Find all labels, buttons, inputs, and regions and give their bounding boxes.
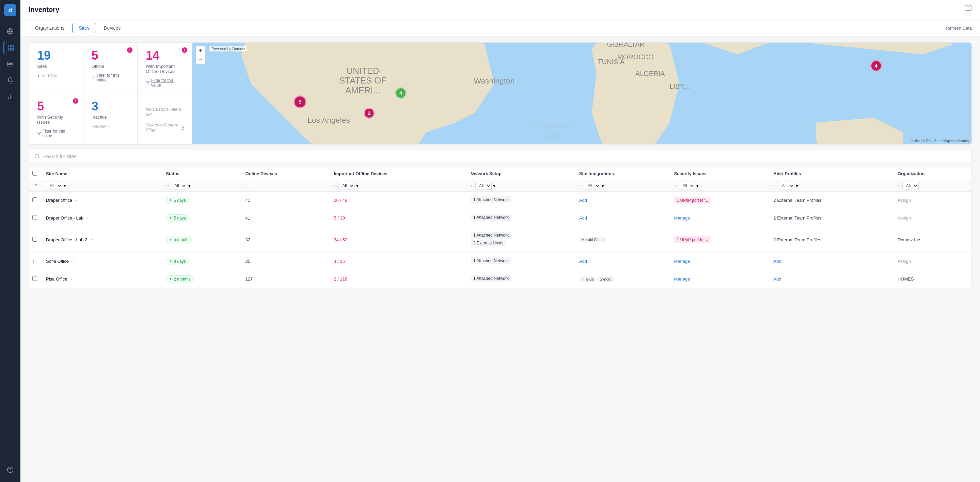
svg-text:Sargasso: Sargasso — [534, 120, 571, 129]
svg-text:AMERI...: AMERI... — [345, 86, 380, 95]
integrations-add-btn[interactable]: Add — [579, 198, 587, 203]
status-filter-select[interactable]: All — [170, 182, 187, 190]
table-row: Draper Office › 5 days 41 26 / 49 — [29, 192, 972, 209]
row-status: 5 days — [162, 192, 241, 209]
sidebar-icon-grid[interactable] — [3, 41, 17, 54]
row-network: 1 Attached Network 2 External Hosts — [466, 227, 575, 252]
tab-organizations[interactable]: Organizations — [29, 23, 71, 33]
integrations-add-btn[interactable]: Add — [579, 259, 587, 264]
svg-text:MOROCCO: MOROCCO — [617, 53, 654, 61]
svg-text:STATES OF: STATES OF — [339, 76, 387, 85]
row-checkbox[interactable] — [32, 237, 37, 242]
filter-integrations[interactable]: ↑↓ All ▾ — [575, 180, 670, 192]
svg-rect-2 — [8, 45, 10, 47]
manage-security-btn[interactable]: Manage — [674, 215, 690, 220]
filter-organization[interactable]: ↑↓ All — [894, 180, 972, 192]
row-security: Manage — [670, 209, 769, 227]
integrations-filter-select[interactable]: All — [584, 182, 600, 190]
select-custom-filter-btn[interactable]: Select a Custom Filter ▾ — [146, 122, 184, 132]
sidebar-icon-idcard[interactable] — [3, 57, 17, 71]
sidebar-icon-bell[interactable] — [3, 73, 17, 87]
map-cluster-4-us[interactable]: 4 — [395, 87, 407, 99]
add-site-button[interactable]: + Add Site — [37, 73, 75, 79]
row-checkbox[interactable] — [32, 276, 37, 281]
svg-line-47 — [38, 158, 39, 158]
sidebar-icon-support[interactable] — [3, 463, 17, 477]
row-checkbox[interactable] — [32, 215, 37, 220]
stat-custom-filters: No Custom Filters set Select a Custom Fi… — [138, 93, 192, 144]
tab-devices[interactable]: Devices — [97, 23, 127, 33]
filter-online[interactable]: ↑↓ — [242, 180, 330, 192]
map-zoom-in[interactable]: + — [196, 46, 205, 55]
row-expand-icon[interactable]: › — [71, 277, 72, 282]
row-sort-indicator: ↑ — [32, 259, 35, 264]
review-link[interactable]: Review › — [92, 124, 129, 129]
alert-profiles-filter-select[interactable]: All — [778, 182, 794, 190]
status-up-icon — [169, 278, 172, 281]
row-online: 127 — [242, 270, 330, 288]
col-important-offline: Important Offline Devices — [329, 168, 466, 180]
row-alert-profiles: 2 External Team Profiles — [769, 192, 894, 209]
filter-offline-link[interactable]: Filter for this value — [92, 73, 129, 83]
svg-rect-3 — [11, 45, 13, 47]
network-filter-select[interactable]: All — [476, 182, 492, 190]
site-name-filter-select[interactable]: All — [46, 182, 62, 190]
filter-important-link[interactable]: Filter for this value — [146, 78, 184, 88]
main-content: Inventory Organizations Sites Devices Re… — [21, 0, 980, 482]
assign-org-button[interactable]: Assign — [897, 198, 911, 203]
manage-security-btn[interactable]: Manage — [674, 276, 690, 282]
integrations-add-btn[interactable]: Add — [579, 215, 587, 220]
svg-text:Sea: Sea — [545, 131, 560, 141]
row-alert-profiles: 2 External Team Profiles — [769, 209, 894, 227]
offline-count: 5 — [92, 49, 129, 62]
search-input[interactable] — [43, 154, 966, 159]
filter-alert-profiles[interactable]: ↑↓ All ▾ — [769, 180, 894, 192]
col-status: Status — [162, 168, 241, 180]
filter-security[interactable]: ↑↓ All ▾ — [670, 180, 769, 192]
col-site-name: Site Name ↑ — [42, 168, 162, 180]
sidebar-icon-chart[interactable] — [3, 90, 17, 104]
app-logo[interactable]: d — [4, 4, 16, 16]
filter-offline[interactable]: ↑↓ All ▾ — [329, 180, 466, 192]
org-filter-select[interactable]: All — [902, 182, 919, 190]
row-offline: 5 / 30 — [329, 209, 466, 227]
security-filter-select[interactable]: All — [679, 182, 695, 190]
svg-text:Washington: Washington — [474, 77, 515, 85]
site-name-sort-icon[interactable]: ↑ — [69, 171, 71, 176]
svg-text:ALGERIA: ALGERIA — [635, 70, 665, 77]
add-alert-btn[interactable]: Add — [773, 259, 781, 264]
select-all-checkbox[interactable] — [32, 171, 37, 176]
table-row: Draper Office - Lab 2 › a month 32 34 / … — [29, 227, 972, 252]
page-title: Inventory — [29, 6, 59, 14]
manage-security-btn[interactable]: Manage — [674, 259, 690, 264]
sidebar-icon-globe[interactable] — [3, 24, 17, 38]
map-zoom-out[interactable]: − — [196, 55, 205, 64]
filter-security-link[interactable]: Filter for this value — [37, 129, 75, 139]
row-org: Domotz Inc. — [894, 227, 972, 252]
refresh-button[interactable]: Refresh Data — [946, 26, 972, 31]
col-network: Network Setup — [466, 168, 575, 180]
map-cluster-4-eu[interactable]: 4 — [870, 60, 882, 72]
row-expand-icon[interactable]: › — [87, 216, 88, 220]
row-expand-icon[interactable]: › — [91, 237, 92, 242]
tab-sites[interactable]: Sites — [72, 23, 96, 33]
row-checkbox[interactable] — [32, 197, 37, 202]
status-up-icon — [169, 238, 172, 241]
assign-org-button[interactable]: Assign — [897, 215, 911, 220]
filter-status[interactable]: ↑↓ All ▾ — [162, 180, 241, 192]
filter-site-name[interactable]: All ▾ — [42, 180, 162, 192]
add-alert-btn[interactable]: Add — [773, 276, 781, 282]
assign-org-button[interactable]: Assign — [897, 259, 911, 264]
offline-filter-select[interactable]: All — [339, 182, 355, 190]
row-expand-icon[interactable]: › — [72, 259, 73, 264]
row-check: ↑ — [29, 252, 42, 270]
svg-point-46 — [35, 155, 39, 158]
filter-network[interactable]: ↑↓ All ▾ — [466, 180, 575, 192]
row-org: HOMES — [894, 270, 972, 288]
important-offline-count: 14 — [146, 49, 184, 62]
row-alert-profiles: Add — [769, 252, 894, 270]
row-expand-icon[interactable]: › — [76, 198, 77, 203]
book-icon — [964, 5, 972, 14]
header: Inventory — [21, 0, 980, 19]
map-cluster-2[interactable]: 2 — [364, 108, 375, 119]
